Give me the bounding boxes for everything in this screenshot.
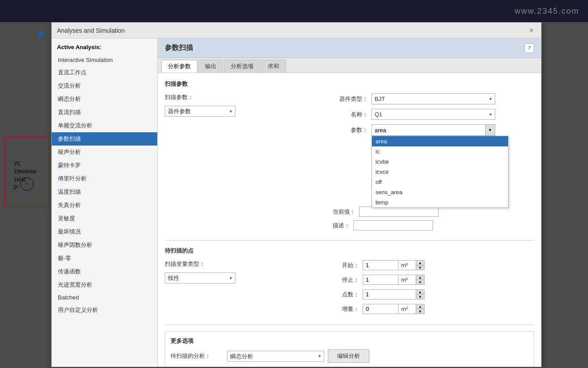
sidebar-item-noise-fig[interactable]: 噪声因数分析 [52,238,157,252]
sidebar-item-temp-sweep[interactable]: 温度扫描 [52,185,157,199]
sidebar-item-worst-case[interactable]: 最坏情况 [52,225,157,238]
stop-unit: m² [398,275,416,285]
points-spinner-buttons: ▲ ▼ [416,289,425,299]
device-type-select-wrapper[interactable]: BJT Resistor Capacitor Inductor [372,93,495,104]
start-spinner-down[interactable]: ▼ [416,265,424,270]
name-row: 名称： Q1 Q2 [333,109,534,120]
sidebar-item-ac[interactable]: 交流分析 [52,79,157,92]
sidebar-item-pole-zero[interactable]: 极-零 [52,252,157,265]
param-option-sens-area[interactable]: sens_area [372,187,508,197]
sidebar-item-noise[interactable]: 噪声分析 [52,146,157,159]
device-param-select[interactable]: 器件参数 模型参数 全局参数 [165,106,235,117]
analysis-to-sweep-select-wrapper[interactable]: 瞬态分析 交流分析 直流工作点 [227,351,324,362]
circuit-symbol: ~ [20,177,34,191]
name-select-wrapper[interactable]: Q1 Q2 [372,109,495,120]
sidebar-item-param-sweep[interactable]: 参数扫描 [52,132,157,146]
more-options-section: 更多选项 待扫描的分析： 瞬态分析 交流分析 直流工作点 编辑分析 [165,331,534,367]
start-input[interactable] [363,260,398,270]
tab-analysis-options[interactable]: 分析选项 [224,60,260,73]
param-option-icvce[interactable]: icvce [372,167,508,177]
content-area: 参数扫描 ? 分析参数 输出 分析选项 求和 扫描参数 扫描 [158,38,541,367]
param-option-icvbe[interactable]: icvbe [372,157,508,167]
current-val-label: 当前值： [333,208,356,216]
sweep-var-type-select[interactable]: 线性 十倍频 八倍频 列表 [165,272,235,284]
edit-analysis-button[interactable]: 编辑分析 [328,349,369,363]
sidebar-item-batched[interactable]: Batched [52,291,157,303]
points-row: 点数： ▲ ▼ [333,289,534,299]
increment-input[interactable] [363,304,398,314]
param-input-row: area ▼ [372,124,495,136]
param-dropdown-arrow[interactable]: ▼ [485,125,495,135]
sidebar-item-dc-sweep[interactable]: 直流扫描 [52,106,157,119]
analyses-simulation-dialog: Analyses and Simulation × Active Analysi… [51,22,542,367]
panel-header: 参数扫描 ? [158,38,541,58]
tab-analysis-params[interactable]: 分析参数 [161,60,197,73]
analysis-to-sweep-row: 待扫描的分析： 瞬态分析 交流分析 直流工作点 编辑分析 [171,349,528,363]
sidebar-item-montecarlo[interactable]: 蒙特卡罗 [52,159,157,172]
sidebar-item-trace-width[interactable]: 光迹宽度分析 [52,278,157,291]
tab-summation[interactable]: 求和 [261,60,286,73]
increment-spinner-buttons: ▲ ▼ [416,304,425,314]
current-val-row: 当前值： [333,207,534,217]
stop-spinner-buttons: ▲ ▼ [416,275,425,285]
component-label: V1 [14,161,20,167]
increment-spinner-down[interactable]: ▼ [416,309,424,314]
tabs-bar: 分析参数 输出 分析选项 求和 [158,58,541,73]
points-input[interactable] [363,289,416,299]
left-label: 单 [38,31,44,39]
param-label: 参数： [333,126,368,134]
increment-spinner-up[interactable]: ▲ [416,304,424,309]
name-select[interactable]: Q1 Q2 [372,109,495,120]
sweep-var-type-select-wrapper[interactable]: 线性 十倍频 八倍频 列表 [165,272,235,284]
start-spinner-up[interactable]: ▲ [416,261,424,265]
stop-spinner-down[interactable]: ▼ [416,280,424,284]
sidebar-item-user-defined[interactable]: 用户自定义分析 [52,303,157,317]
sidebar-item-dc-op[interactable]: 直流工作点 [52,66,157,79]
component-value: 10mVrms [14,169,36,175]
sidebar-item-transient[interactable]: 瞬态分析 [52,92,157,106]
sidebar-item-interactive[interactable]: Interactive Simulation [52,54,157,66]
param-option-area[interactable]: area [372,136,508,146]
start-label: 开始： [333,261,359,269]
current-val-input[interactable] [359,207,439,217]
param-option-temp[interactable]: temp [372,197,508,207]
scan-params-right: 器件类型： BJT Resistor Capacitor Inductor [333,93,534,234]
device-type-select[interactable]: BJT Resistor Capacitor Inductor [372,93,495,104]
device-param-select-wrapper[interactable]: 器件参数 模型参数 全局参数 [165,106,235,117]
param-option-ic[interactable]: ic [372,146,508,157]
close-button[interactable]: × [527,26,536,35]
more-options-title: 更多选项 [171,337,528,345]
stop-label: 停止： [333,276,359,284]
points-spinner: ▲ ▼ [363,289,425,299]
stop-spinner: m² ▲ ▼ [363,275,425,285]
param-row: 参数： area ▼ area ic icvbe [333,124,534,136]
sweep-var-type-label-row: 扫描变量类型： [165,260,333,268]
device-type-row: 器件类型： BJT Resistor Capacitor Inductor [333,93,534,104]
tab-output[interactable]: 输出 [198,60,223,73]
points-spinner-down[interactable]: ▼ [416,295,424,299]
analysis-to-sweep-select[interactable]: 瞬态分析 交流分析 直流工作点 [227,351,324,362]
start-spinner: m² ▲ ▼ [363,260,425,270]
scan-points-left: 扫描变量类型： 线性 十倍频 八倍频 列表 [165,260,333,318]
increment-unit: m² [398,304,416,314]
scan-points-layout: 扫描变量类型： 线性 十倍频 八倍频 列表 [165,260,534,318]
param-dropdown-container: area ▼ area ic icvbe icvce off [372,124,495,136]
stop-spinner-up[interactable]: ▲ [416,275,424,280]
top-bar-text: www.2345.com [515,7,579,16]
sweep-param-label: 扫描参数： [165,93,200,101]
param-input-display: area [372,126,485,135]
dialog-titlebar: Analyses and Simulation × [52,23,541,38]
scan-points-title: 待扫描的点 [165,247,534,255]
scan-params-title: 扫描参数 [165,80,534,88]
sidebar-item-transfer[interactable]: 传递函数 [52,265,157,278]
help-icon[interactable]: ? [524,43,534,53]
sidebar-item-single-freq-ac[interactable]: 单频交流分析 [52,119,157,132]
points-spinner-up[interactable]: ▲ [416,290,424,295]
stop-input[interactable] [363,275,398,285]
device-param-select-row: 器件参数 模型参数 全局参数 [165,106,333,117]
sidebar-item-fourier[interactable]: 傅里叶分析 [52,172,157,185]
sidebar-item-distortion[interactable]: 失真分析 [52,199,157,212]
desc-input[interactable] [353,220,433,230]
sidebar-item-sensitivity[interactable]: 灵敏度 [52,212,157,225]
param-option-off[interactable]: off [372,177,508,187]
